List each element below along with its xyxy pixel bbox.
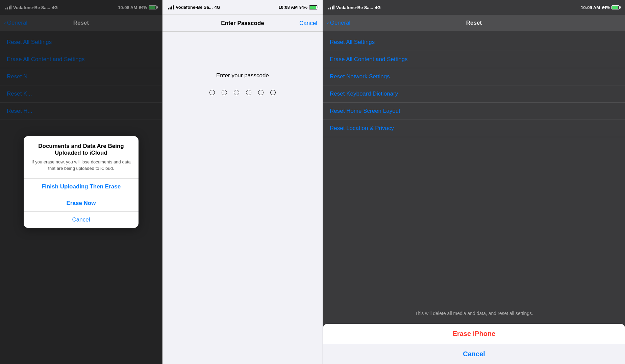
passcode-dot-2 [222,90,227,95]
passcode-title: Enter Passcode [221,20,264,27]
panel-passcode: Vodafone-Be Sa... 4G 10:08 AM 94% Enter … [162,0,323,364]
battery-pct-3: 94% [602,5,610,10]
passcode-cancel-button[interactable]: Cancel [299,20,317,27]
passcode-dot-4 [246,90,251,95]
passcode-dot-3 [234,90,239,95]
passcode-prompt: Enter your passcode [216,72,269,79]
menu-item-3-erase-all[interactable]: Erase All Content and Settings [323,51,625,68]
erase-cancel-button[interactable]: Cancel [323,344,625,364]
erase-now-button[interactable]: Erase Now [24,195,139,211]
signal-icon-2 [168,5,174,9]
nav-title-3: Reset [466,20,482,26]
passcode-nav: Enter Passcode Cancel [162,15,323,32]
status-bar-3: Vodafone-Be Sa... 4G 10:09 AM 94% [323,0,625,15]
panel-erase-iphone: Vodafone-Be Sa... 4G 10:09 AM 94% ‹ Gene… [323,0,625,364]
erase-description: This will delete all media and data, and… [323,303,625,324]
reset-menu-3: Reset All Settings Erase All Content and… [323,34,625,137]
passcode-body: Enter your passcode [162,32,323,364]
erase-bottom-section: This will delete all media and data, and… [323,303,625,364]
network-3: 4G [375,5,381,10]
erase-confirm-box: Erase iPhone Cancel [323,324,625,364]
carrier-2: Vodafone-Be Sa... [176,5,213,10]
menu-item-3-network[interactable]: Reset Network Settings [323,68,625,85]
passcode-dots [209,90,276,95]
menu-item-3-reset-all[interactable]: Reset All Settings [323,34,625,51]
status-bar-2: Vodafone-Be Sa... 4G 10:08 AM 94% [162,0,323,15]
alert-dialog: Documents and Data Are Being Uploaded to… [24,136,139,228]
battery-icon-2 [309,5,317,9]
nav-bar-3: ‹ General Reset [323,15,625,31]
alert-cancel-button[interactable]: Cancel [24,211,139,228]
battery-pct-2: 94% [299,5,307,10]
finish-uploading-button[interactable]: Finish Uploading Then Erase [24,178,139,195]
back-button-3[interactable]: ‹ General [327,20,350,26]
alert-message: If you erase now, you will lose document… [29,159,133,171]
panel-alert: Vodafone-Be Sa... 4G 10:08 AM 94% ‹ Gene… [0,0,162,364]
erase-iphone-button[interactable]: Erase iPhone [323,324,625,344]
back-label-3: General [330,20,350,26]
menu-item-3-location[interactable]: Reset Location & Privacy [323,120,625,137]
signal-icon-3 [328,5,334,9]
menu-item-3-keyboard[interactable]: Reset Keyboard Dictionary [323,85,625,103]
passcode-dot-1 [209,90,215,95]
passcode-dot-5 [258,90,264,95]
time-2: 10:08 AM [278,5,298,10]
alert-overlay: Documents and Data Are Being Uploaded to… [0,0,162,364]
menu-item-3-home-screen[interactable]: Reset Home Screen Layout [323,103,625,120]
time-3: 10:09 AM [581,5,600,10]
battery-icon-3 [611,5,620,9]
alert-title: Documents and Data Are Being Uploaded to… [29,143,133,156]
chevron-left-icon-3: ‹ [327,20,329,26]
carrier-3: Vodafone-Be Sa... [336,5,373,10]
passcode-dot-6 [270,90,276,95]
network-2: 4G [215,5,220,10]
